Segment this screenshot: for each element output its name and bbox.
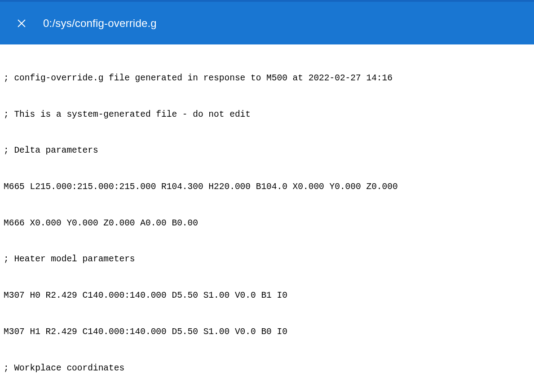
file-header-bar: 0:/sys/config-override.g: [0, 2, 534, 44]
file-line: ; Workplace coordinates: [4, 362, 530, 374]
file-line: M665 L215.000:215.000:215.000 R104.300 H…: [4, 181, 530, 193]
file-line: ; This is a system-generated file - do n…: [4, 109, 530, 121]
file-content-viewer[interactable]: ; config-override.g file generated in re…: [0, 44, 534, 392]
file-line: M307 H0 R2.429 C140.000:140.000 D5.50 S1…: [4, 290, 530, 302]
file-line: ; Heater model parameters: [4, 253, 530, 265]
file-path-title: 0:/sys/config-override.g: [43, 17, 157, 30]
file-line: M666 X0.000 Y0.000 Z0.000 A0.00 B0.00: [4, 217, 530, 229]
file-line: ; Delta parameters: [4, 145, 530, 157]
close-icon: [17, 18, 26, 28]
file-line: ; config-override.g file generated in re…: [4, 72, 530, 84]
file-line: M307 H1 R2.429 C140.000:140.000 D5.50 S1…: [4, 326, 530, 338]
close-button[interactable]: [13, 14, 31, 32]
